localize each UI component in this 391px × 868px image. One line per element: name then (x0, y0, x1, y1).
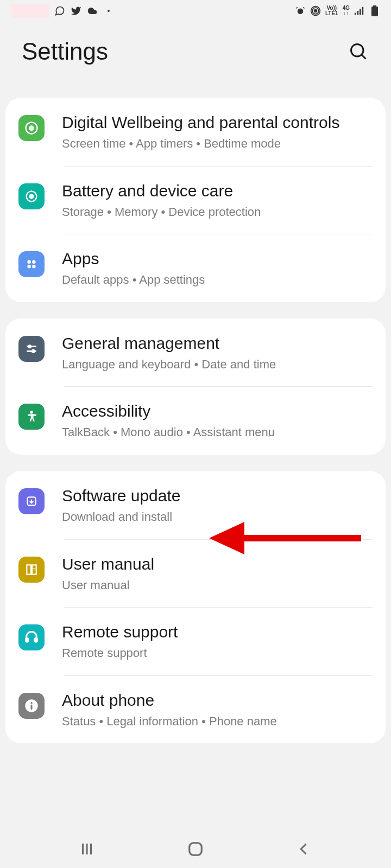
back-button[interactable] (293, 838, 315, 860)
svg-point-23 (30, 411, 33, 414)
settings-group-1: Digital Wellbeing and parental controls … (5, 98, 386, 302)
battery-icon (369, 5, 380, 16)
remote-support-icon (18, 624, 45, 650)
settings-item-general[interactable]: General management Language and keyboard… (5, 318, 386, 387)
settings-item-title: User manual (62, 553, 373, 575)
status-left: • (11, 4, 114, 18)
recent-apps-icon (79, 841, 95, 857)
accessibility-icon (18, 404, 45, 430)
svg-point-22 (32, 350, 34, 352)
settings-item-battery[interactable]: Battery and device care Storage • Memory… (5, 166, 386, 234)
settings-item-software-update[interactable]: Software update Download and install (5, 471, 386, 539)
svg-rect-26 (26, 638, 29, 642)
svg-line-11 (362, 55, 366, 59)
home-button[interactable] (185, 838, 206, 860)
svg-point-15 (27, 260, 31, 264)
svg-point-1 (314, 10, 317, 12)
svg-point-0 (298, 9, 304, 15)
settings-group-2: General management Language and keyboard… (5, 318, 386, 455)
svg-rect-8 (371, 7, 378, 16)
svg-rect-36 (190, 843, 202, 856)
svg-rect-9 (373, 5, 376, 7)
svg-point-29 (30, 702, 33, 704)
page-title: Settings (22, 38, 108, 65)
settings-item-title: Apps (62, 248, 373, 269)
settings-item-remote-support[interactable]: Remote support Remote support (5, 607, 386, 675)
alarm-icon (295, 5, 306, 16)
settings-item-text: User manual User manual (62, 553, 373, 593)
svg-point-14 (30, 194, 34, 198)
settings-item-text: General management Language and keyboard… (62, 333, 373, 373)
settings-group-3: Software update Download and install ? U… (5, 471, 386, 743)
settings-item-subtitle: Language and keyboard • Date and time (62, 357, 373, 373)
svg-rect-4 (355, 13, 356, 15)
recent-apps-button[interactable] (76, 838, 98, 860)
apps-icon (18, 251, 45, 277)
general-management-icon (18, 336, 45, 362)
settings-item-text: Remote support Remote support (62, 621, 373, 661)
svg-point-16 (32, 260, 36, 264)
settings-item-user-manual[interactable]: ? User manual User manual (5, 539, 386, 608)
settings-item-title: Accessibility (62, 400, 373, 422)
settings-item-apps[interactable]: Apps Default apps • App settings (5, 234, 386, 302)
svg-point-20 (29, 345, 31, 347)
back-icon (297, 841, 312, 857)
dot-icon: • (103, 5, 114, 16)
status-right: Vo)) LTE1 4G ↓↑ (295, 5, 380, 16)
svg-rect-30 (30, 704, 32, 709)
settings-item-accessibility[interactable]: Accessibility TalkBack • Mono audio • As… (5, 386, 386, 455)
cloud-icon (87, 5, 98, 16)
signal-icon (354, 5, 365, 16)
status-redacted-block (11, 4, 49, 18)
svg-point-18 (32, 265, 36, 269)
settings-item-title: General management (62, 333, 373, 354)
svg-text:?: ? (33, 566, 36, 572)
settings-item-title: Remote support (62, 621, 373, 642)
settings-item-subtitle: Screen time • App timers • Bedtime mode (62, 136, 373, 152)
svg-point-17 (27, 265, 31, 269)
settings-item-title: Digital Wellbeing and parental controls (62, 112, 373, 133)
settings-item-text: Battery and device care Storage • Memory… (62, 180, 373, 220)
nav-bar (0, 830, 391, 868)
settings-item-about-phone[interactable]: About phone Status • Legal information •… (5, 675, 386, 744)
settings-item-subtitle: Status • Legal information • Phone name (62, 714, 373, 730)
twitter-icon (71, 5, 81, 16)
data-arrows-icon: ↓↑ (343, 11, 349, 16)
digital-wellbeing-icon (18, 115, 45, 141)
hotspot-icon (310, 5, 321, 16)
volte-indicator: Vo)) LTE1 (325, 5, 338, 16)
settings-item-subtitle: Remote support (62, 646, 373, 661)
settings-item-subtitle: Download and install (62, 509, 373, 525)
network-indicator: 4G ↓↑ (343, 5, 350, 16)
page-header: Settings (0, 22, 391, 98)
settings-item-subtitle: User manual (62, 578, 373, 593)
search-icon (349, 42, 368, 61)
settings-item-text: Digital Wellbeing and parental controls … (62, 112, 373, 152)
whatsapp-icon (54, 5, 65, 16)
settings-item-subtitle: Storage • Memory • Device protection (62, 205, 373, 220)
svg-rect-6 (360, 9, 361, 15)
home-icon (187, 841, 204, 857)
svg-rect-27 (35, 638, 37, 642)
settings-item-title: Battery and device care (62, 180, 373, 201)
settings-item-title: Software update (62, 485, 373, 506)
settings-item-text: About phone Status • Legal information •… (62, 690, 373, 730)
about-phone-icon (18, 693, 45, 719)
svg-rect-5 (357, 11, 359, 15)
settings-item-text: Apps Default apps • App settings (62, 248, 373, 288)
settings-item-title: About phone (62, 690, 373, 711)
battery-care-icon (18, 183, 45, 209)
settings-item-subtitle: TalkBack • Mono audio • Assistant menu (62, 425, 373, 441)
search-button[interactable] (348, 41, 369, 62)
software-update-icon (18, 488, 45, 514)
settings-item-text: Software update Download and install (62, 485, 373, 525)
svg-rect-7 (362, 7, 364, 15)
svg-point-10 (351, 44, 364, 57)
settings-item-text: Accessibility TalkBack • Mono audio • As… (62, 400, 373, 441)
settings-item-digital-wellbeing[interactable]: Digital Wellbeing and parental controls … (5, 98, 386, 166)
user-manual-icon: ? (18, 557, 45, 583)
status-bar: • Vo)) LTE1 4G ↓↑ (0, 0, 391, 22)
settings-item-subtitle: Default apps • App settings (62, 272, 373, 288)
